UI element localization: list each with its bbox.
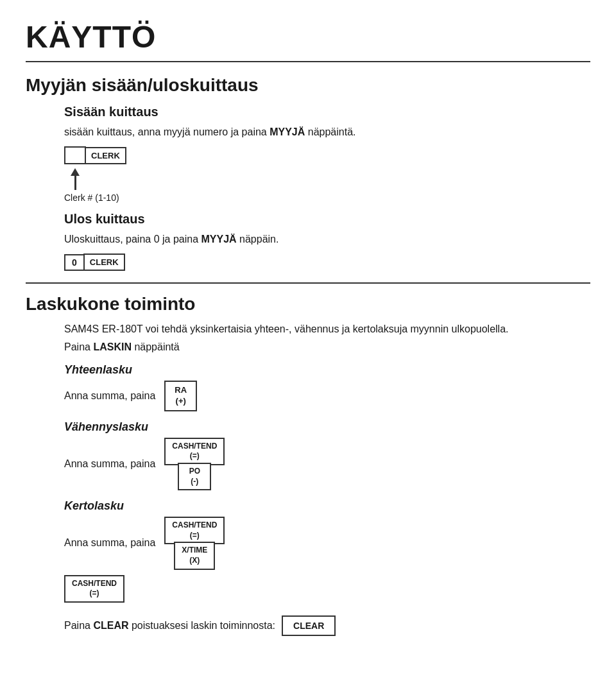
subsection2-title: Ulos kuittaus: [64, 212, 590, 227]
page-title: KÄYTTÖ: [26, 19, 590, 55]
divider-2: [26, 282, 590, 284]
divider-1: [26, 61, 590, 62]
po-key: PO (-): [178, 463, 211, 490]
arrow-shaft: [74, 176, 76, 190]
calc-body: SAM4S ER-180T voi tehdä yksinkertaisia y…: [64, 323, 590, 636]
vahennyslasku-label: Vähennyslasku: [64, 420, 590, 434]
section2-heading: Laskukone toiminto: [26, 294, 590, 314]
bottom-text: Paina CLEAR poistuaksesi laskin toiminno…: [64, 620, 275, 632]
clerk-diagram-signin: CLERK: [64, 146, 590, 164]
calc-desc2: Paina LASKIN näppäintä: [64, 341, 590, 353]
subsection1-text: sisään kuittaus, anna myyjä numero ja pa…: [64, 125, 590, 140]
cash-tend-key-k2: CASH/TEND (=): [64, 575, 124, 603]
zero-box: 0: [64, 254, 85, 271]
subsection1-title: Sisään kuittaus: [64, 105, 590, 119]
arrow-col: [64, 168, 86, 190]
clerk-input-box: [64, 146, 86, 164]
kertolasku-row: Anna summa, paina CASH/TEND (=) X/TIME (…: [64, 517, 590, 569]
section1-heading: Myyjän sisään/uloskuittaus: [26, 75, 590, 96]
calc-desc1: SAM4S ER-180T voi tehdä yksinkertaisia y…: [64, 323, 590, 335]
cash-tend-key-k1: CASH/TEND (=): [164, 517, 225, 544]
xtime-key: X/TIME (X): [174, 542, 215, 569]
kertolasku-label: Kertolasku: [64, 499, 590, 513]
bottom-row: Paina CLEAR poistuaksesi laskin toiminno…: [64, 615, 590, 636]
subsection2-text: Uloskuittaus, paina 0 ja paina MYYJÄ näp…: [64, 232, 590, 247]
cash-tend-standalone: CASH/TEND (=): [64, 575, 590, 603]
arrow-container: [64, 168, 590, 190]
clerk-key-signin: CLERK: [85, 147, 126, 164]
arrow-head-up: [71, 168, 80, 176]
clerk-diagram-signout: 0 CLERK: [64, 254, 590, 271]
vahennyslasku-row: Anna summa, paina CASH/TEND (=) PO (-): [64, 438, 590, 490]
vahennyslasku-keys: CASH/TEND (=) PO (-): [164, 438, 225, 490]
yhteenlasku-row: Anna summa, paina RA (+): [64, 381, 590, 411]
ra-key: RA (+): [164, 381, 197, 411]
clerk-label: Clerk # (1-10): [64, 193, 590, 203]
clerk-key-signout: CLERK: [83, 254, 125, 271]
kertolasku-keys: CASH/TEND (=) X/TIME (X): [164, 517, 225, 569]
cash-tend-key-v: CASH/TEND (=): [164, 438, 225, 465]
clear-button[interactable]: CLEAR: [282, 615, 336, 636]
yhteenlasku-label: Yhteenlasku: [64, 363, 590, 377]
